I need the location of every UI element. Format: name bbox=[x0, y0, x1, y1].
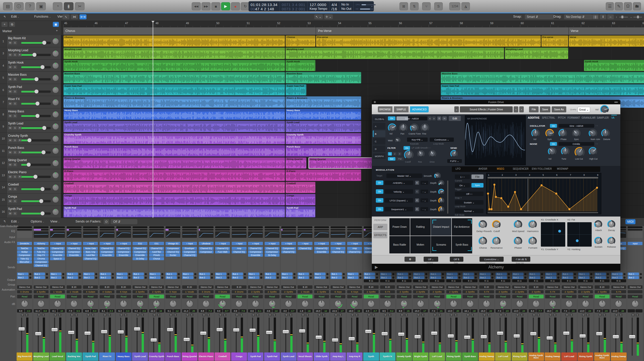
solo-button[interactable]: S bbox=[603, 313, 606, 316]
channel-name-label[interactable]: Vocal Shouts bbox=[297, 352, 313, 361]
output-slot[interactable]: Stereo Out bbox=[496, 285, 510, 289]
audio-fx-slot[interactable]: Channel EQ bbox=[199, 247, 214, 250]
mute-button[interactable]: M bbox=[219, 313, 222, 316]
volume-fader[interactable] bbox=[448, 334, 454, 338]
send-slot-bus11[interactable]: B 11 bbox=[496, 279, 510, 282]
mixer-channel-strip[interactable]: ∞ InputChannel EQCompressorEnsembleBus 1… bbox=[248, 226, 263, 361]
audio-fx-slot[interactable]: Channel EQ bbox=[149, 247, 164, 250]
preset-name[interactable]: Sound Effects | Fusion Drive bbox=[460, 106, 513, 112]
channel-name-label[interactable]: Synth Lead bbox=[281, 352, 297, 361]
send-slot[interactable]: Bus 2 bbox=[578, 276, 589, 279]
region-e-piano[interactable]: E-Piano bbox=[286, 169, 361, 181]
plugin-tab-browse[interactable]: BROWSE bbox=[378, 106, 392, 112]
send-slot[interactable]: Bus 1 bbox=[182, 273, 193, 276]
audio-fx-slot[interactable]: Compressor bbox=[166, 247, 180, 250]
send-slot[interactable]: Bus 1 bbox=[578, 273, 589, 276]
volume-fader[interactable] bbox=[316, 336, 322, 339]
mute-button[interactable]: M bbox=[120, 313, 123, 316]
preset-next-button[interactable]: › bbox=[519, 106, 524, 112]
send-level-knob[interactable] bbox=[474, 273, 477, 276]
audio-fx-slot[interactable]: Amp bbox=[232, 247, 247, 250]
audio-fx-slot[interactable]: Compressor bbox=[17, 254, 32, 257]
send-slot[interactable]: Bus 1 bbox=[347, 273, 358, 276]
pan-knob[interactable] bbox=[384, 300, 391, 307]
mod-smooth-knob[interactable] bbox=[434, 172, 441, 179]
audio-fx-slot[interactable]: PtVerb bbox=[149, 254, 164, 257]
osc-knob-sym[interactable] bbox=[545, 129, 554, 138]
mute-button[interactable]: M bbox=[400, 313, 404, 316]
solo-button[interactable]: S bbox=[157, 313, 160, 316]
send-slot[interactable]: Bus 2 bbox=[331, 276, 342, 279]
track-volume-slider[interactable] bbox=[21, 54, 51, 56]
pan-knob[interactable] bbox=[368, 300, 375, 307]
track-mute-button[interactable]: M bbox=[8, 199, 12, 203]
mute-button[interactable]: M bbox=[516, 313, 519, 316]
send-slot[interactable]: Bus 1 bbox=[248, 273, 259, 276]
region-risers-boomers[interactable]: Risers & Boomers bbox=[286, 96, 361, 108]
mseg-trigger[interactable]: On ⌄ bbox=[455, 183, 470, 188]
source-prev[interactable]: ‹ bbox=[428, 116, 432, 120]
group-slot[interactable]: 2: Synths bbox=[149, 290, 164, 293]
output-slot[interactable]: Stereo Out bbox=[149, 285, 164, 289]
send-level-knob[interactable] bbox=[62, 276, 65, 279]
track-pan-knob[interactable] bbox=[52, 172, 59, 178]
send-level-knob[interactable] bbox=[211, 273, 213, 276]
output-slot[interactable]: B 20 bbox=[182, 285, 197, 289]
group-slot[interactable]: 1: Vocals bbox=[50, 290, 65, 293]
track-solo-button[interactable]: S bbox=[13, 212, 17, 215]
mute-button[interactable]: M bbox=[483, 313, 486, 316]
audio-fx-slot[interactable]: Compressor bbox=[100, 250, 114, 253]
send-slot[interactable]: Bus 1 bbox=[512, 273, 524, 276]
channel-name-label[interactable]: Analog Sweep bbox=[545, 352, 560, 361]
send-slot[interactable]: Bus 1 bbox=[628, 273, 639, 276]
volume-fader[interactable] bbox=[629, 335, 635, 338]
mod-slot-via[interactable]: - ⌄ bbox=[421, 198, 428, 202]
osc-knob-detune[interactable] bbox=[601, 129, 610, 138]
input-slot[interactable]: ∞ Input bbox=[116, 242, 131, 245]
input-slot[interactable]: ES1 bbox=[149, 242, 164, 245]
send-level-knob[interactable] bbox=[161, 273, 164, 276]
solo-button[interactable]: S bbox=[91, 313, 94, 316]
send-level-knob[interactable] bbox=[128, 276, 131, 279]
mute-button[interactable]: M bbox=[367, 313, 371, 316]
source-on-button[interactable]: On bbox=[388, 116, 395, 120]
send-level-knob[interactable] bbox=[194, 276, 197, 279]
send-slot-bus11[interactable]: B 11 bbox=[611, 279, 626, 282]
pan-knob[interactable] bbox=[318, 300, 325, 307]
mute-button[interactable]: M bbox=[466, 313, 470, 316]
send-level-knob[interactable] bbox=[177, 276, 180, 279]
volume-fader[interactable] bbox=[217, 328, 223, 331]
mute-button[interactable]: M bbox=[301, 313, 305, 316]
mixer-channel-strip[interactable]: ○ InputChannel EQBus 1Bus 2B 201: Vocals… bbox=[297, 226, 313, 361]
pan-knob[interactable] bbox=[615, 300, 622, 307]
audio-fx-slot[interactable]: Channel EQ bbox=[83, 257, 98, 260]
pan-knob[interactable] bbox=[467, 300, 474, 307]
volume-fader[interactable] bbox=[349, 337, 355, 340]
mixer-filter-midi[interactable]: MIDI bbox=[625, 219, 635, 224]
output-slot[interactable]: B 20 bbox=[364, 285, 379, 289]
region-synth-hook[interactable]: Synth Hook bbox=[286, 60, 315, 71]
volume-fader[interactable] bbox=[134, 327, 140, 331]
send-slot-bus11[interactable]: B 11 bbox=[578, 279, 593, 282]
eq-thumbnail[interactable] bbox=[166, 231, 180, 238]
rewind-button[interactable]: ◀◀ bbox=[192, 2, 201, 10]
automation-mode[interactable]: Read bbox=[281, 295, 296, 298]
wait-knob[interactable] bbox=[395, 138, 400, 143]
mute-button[interactable]: M bbox=[499, 313, 503, 316]
solo-button[interactable]: S bbox=[256, 313, 259, 316]
mod-slot-depth-knob[interactable] bbox=[438, 180, 444, 186]
track-solo-button[interactable]: S bbox=[13, 53, 17, 57]
region-morphing-lead[interactable]: Morphing Lead bbox=[63, 48, 285, 59]
mute-button[interactable]: M bbox=[433, 313, 437, 316]
input-slot[interactable]: Ultrabeat bbox=[199, 242, 214, 245]
output-slot[interactable]: B 20 bbox=[67, 285, 82, 289]
mseg-snap-y[interactable]: Off ‹ › bbox=[455, 192, 484, 196]
perform-pad-rattling[interactable]: Rattling bbox=[410, 218, 431, 236]
source-nav-c[interactable]: C bbox=[373, 138, 385, 145]
track-solo-button[interactable]: S bbox=[13, 126, 17, 130]
audio-fx-slot[interactable]: Channel EQ bbox=[347, 250, 362, 253]
mute-button[interactable]: M bbox=[268, 313, 272, 316]
automation-mode[interactable]: Read bbox=[17, 295, 32, 298]
input-slot[interactable]: ○ Input bbox=[331, 242, 345, 245]
send-slot[interactable]: Bus 1 bbox=[496, 273, 507, 276]
